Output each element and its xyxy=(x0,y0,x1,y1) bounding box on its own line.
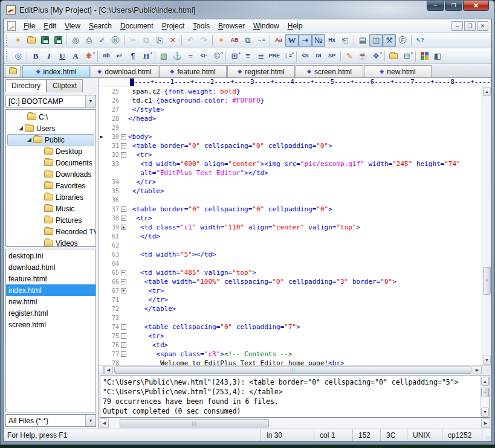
line-numbers-button[interactable]: № xyxy=(312,34,325,47)
nbsp-button[interactable]: nb xyxy=(100,50,113,63)
change-case-button[interactable]: Aa xyxy=(272,34,285,47)
drive-dropdown-button[interactable]: ▼ xyxy=(85,95,95,107)
java-applet-button[interactable]: ☕ xyxy=(356,50,369,63)
menu-edit[interactable]: Edit xyxy=(39,20,60,32)
tab-download-html[interactable]: ◆download.html xyxy=(91,65,158,77)
spell-check-button[interactable]: ✓ xyxy=(95,34,109,47)
mdi-close-button[interactable]: ✕ xyxy=(477,21,488,31)
fold-expand-icon[interactable]: + xyxy=(121,225,126,230)
tree-item-desktop[interactable]: Desktop xyxy=(7,146,94,157)
tree-item-libraries[interactable]: Libraries xyxy=(7,191,94,203)
new-html-page-button[interactable]: Ⓗ xyxy=(109,34,122,47)
titlebar[interactable]: EditPlus [My Project] - [C:\Users\Public… xyxy=(1,1,494,19)
tree-item-videos[interactable]: Videos xyxy=(7,237,94,247)
strikethrough-button[interactable]: <S xyxy=(299,50,312,63)
file-item-desktop-ini[interactable]: desktop.ini xyxy=(6,250,95,261)
horizontal-rule-button[interactable]: = xyxy=(184,50,197,63)
scroll-track[interactable] xyxy=(113,366,473,374)
scroll-down-button[interactable]: ▼ xyxy=(481,408,489,417)
code-editor[interactable]: 25 span.c2 {font-weight: bold}26 td.c1 {… xyxy=(99,86,482,365)
menu-view[interactable]: View xyxy=(60,20,85,32)
insert-image-button[interactable]: ▧ xyxy=(157,50,170,63)
fold-collapse-icon[interactable]: − xyxy=(121,270,126,275)
menu-browser[interactable]: Browser xyxy=(214,20,249,32)
sidebar-tab-cliptext[interactable]: Cliptext xyxy=(47,79,83,92)
editor-vertical-scrollbar[interactable]: ▲ ▼ xyxy=(482,86,491,365)
line-break-button[interactable]: ↵ xyxy=(113,50,126,63)
output-horizontal-scrollbar[interactable]: ◀ ▶ xyxy=(100,418,490,428)
tab-index-html[interactable]: ◆index.html xyxy=(22,65,90,77)
fold-collapse-icon[interactable]: − xyxy=(121,216,126,221)
scroll-thumb[interactable] xyxy=(481,388,489,397)
fold-collapse-icon[interactable]: − xyxy=(121,279,126,284)
output-panel-toggle-button[interactable]: ⚒ xyxy=(383,34,396,47)
output-window[interactable]: "C:\Users\Public\new.html"(243,3): <tabl… xyxy=(100,376,490,418)
scroll-up-button[interactable]: ▲ xyxy=(483,87,491,96)
editor-horizontal-scrollbar[interactable]: ◀ ▶ ⁙ xyxy=(99,365,491,374)
special-character-button[interactable]: ©▾ xyxy=(210,50,224,63)
tree-item-downloads[interactable]: Downloads xyxy=(7,168,94,180)
word-wrap-button[interactable]: W xyxy=(285,34,299,47)
print-button[interactable]: ⎙ xyxy=(82,34,95,47)
fold-collapse-icon[interactable]: − xyxy=(121,324,126,330)
scroll-thumb[interactable] xyxy=(483,267,491,295)
tree-item-favorites[interactable]: Favorites xyxy=(7,180,94,191)
fold-expand-icon[interactable]: + xyxy=(121,288,126,293)
split-window-button[interactable]: ⊟▾ xyxy=(400,50,413,63)
scroll-left-button[interactable]: ◀ xyxy=(104,366,113,374)
file-item-screen-html[interactable]: screen.html xyxy=(6,319,95,330)
anchor-button[interactable]: ⚓ xyxy=(170,50,184,63)
mdi-minimize-button[interactable]: – xyxy=(451,21,463,31)
directory-tree[interactable]: C:\UsersPublicDesktopDocumentsDownloadsF… xyxy=(5,109,96,247)
fold-collapse-icon[interactable]: − xyxy=(121,351,126,357)
color-palette-button[interactable]: ❋▾ xyxy=(82,50,95,63)
tree-item-recorded-tv[interactable]: Recorded TV xyxy=(7,226,94,237)
find-button[interactable]: ✦ xyxy=(215,34,228,47)
align-left-button[interactable]: ≡ xyxy=(241,50,254,63)
scroll-down-button[interactable]: ▼ xyxy=(483,356,491,365)
scroll-right-button[interactable]: ▶ xyxy=(473,366,482,374)
file-item-new-html[interactable]: new.html xyxy=(6,296,95,307)
output-vertical-scrollbar[interactable]: ▲ ▼ xyxy=(480,376,490,417)
font-button[interactable]: A xyxy=(69,50,82,63)
window-layout-button[interactable]: ◧ xyxy=(431,50,444,63)
context-help-button[interactable]: ↖? xyxy=(413,34,427,47)
file-item-feature-html[interactable]: feature.html xyxy=(6,273,95,284)
tab-new-html[interactable]: ◆new.html xyxy=(364,65,432,77)
function-list-button[interactable]: Ⓕ xyxy=(396,34,409,47)
drive-selector[interactable]: [C:] BOOTCAMP ▼ xyxy=(5,95,96,107)
maximize-button[interactable]: ❐ xyxy=(445,1,462,11)
edit-script-button[interactable]: ✎ xyxy=(343,50,356,63)
bold-button[interactable]: B xyxy=(29,50,42,63)
browse-folder-button[interactable] xyxy=(387,50,400,63)
tab-list-button[interactable] xyxy=(5,65,21,77)
fold-collapse-icon[interactable]: − xyxy=(121,143,126,149)
ordered-list-button[interactable]: ⋮≡▾ xyxy=(281,50,294,63)
sidebar-tab-directory[interactable]: Directory xyxy=(5,79,47,92)
find-in-files-button[interactable]: ⧉ xyxy=(241,34,254,47)
set-colors-button[interactable] xyxy=(418,50,431,63)
scroll-thumb[interactable] xyxy=(114,366,471,374)
file-filter-selector[interactable]: All Files (*.*) ▼ xyxy=(5,414,96,427)
close-button[interactable]: ✕ xyxy=(463,1,489,11)
fold-collapse-icon[interactable]: − xyxy=(121,152,126,158)
scroll-left-button[interactable]: ◀ xyxy=(100,418,109,428)
undo-button[interactable]: ↶ xyxy=(184,34,197,47)
fold-collapse-icon[interactable]: − xyxy=(121,333,126,339)
side-panel-toggle-button[interactable]: ◫ xyxy=(369,34,383,47)
tree-item-public[interactable]: Public xyxy=(7,134,94,146)
hex-viewer-button[interactable]: Hx xyxy=(325,34,338,47)
insert-object-button[interactable]: ❖▾ xyxy=(369,50,383,63)
scroll-track[interactable] xyxy=(109,418,481,428)
menu-document[interactable]: Document xyxy=(116,20,158,32)
filter-dropdown-button[interactable]: ▼ xyxy=(85,415,95,426)
preformatted-button[interactable]: PRE xyxy=(268,50,281,63)
fold-collapse-icon[interactable]: − xyxy=(121,134,126,139)
file-item-register-html[interactable]: register.html xyxy=(6,307,95,319)
save-button[interactable] xyxy=(38,34,51,47)
toolbar-grip[interactable] xyxy=(6,35,9,46)
insert-table-button[interactable]: ⊞▾ xyxy=(228,50,241,63)
resize-grip[interactable]: ⁙ xyxy=(482,429,491,441)
print-preview-button[interactable]: ◎ xyxy=(69,34,82,47)
fold-collapse-icon[interactable]: − xyxy=(121,206,126,212)
